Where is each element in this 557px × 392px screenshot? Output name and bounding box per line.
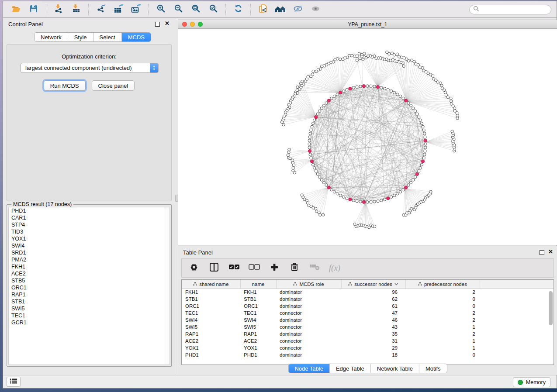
network-node[interactable] bbox=[412, 107, 415, 110]
network-node[interactable] bbox=[287, 103, 290, 106]
network-node[interactable] bbox=[311, 163, 314, 166]
network-node[interactable] bbox=[292, 164, 295, 166]
table-cell[interactable]: 61 bbox=[341, 303, 405, 309]
mcds-result-item[interactable]: STB1 bbox=[9, 298, 170, 305]
network-node[interactable] bbox=[352, 199, 355, 202]
function-builder-button[interactable]: f(x) bbox=[329, 262, 341, 274]
table-row[interactable]: RAP1RAP1dominator352 bbox=[182, 330, 554, 337]
network-node[interactable] bbox=[396, 93, 399, 96]
tab-mcds[interactable]: MCDS bbox=[122, 33, 151, 41]
table-cell[interactable]: SWI5 bbox=[240, 323, 276, 330]
network-node[interactable] bbox=[342, 196, 345, 198]
table-cell[interactable]: connector bbox=[276, 344, 341, 351]
network-node[interactable] bbox=[432, 77, 435, 80]
table-cell[interactable]: YOX1 bbox=[182, 344, 240, 351]
network-node[interactable] bbox=[422, 125, 424, 128]
mcds-result-item[interactable]: FKH1 bbox=[9, 263, 170, 270]
table-row[interactable]: SWI4SWI4dominator462 bbox=[182, 316, 554, 323]
table-row[interactable]: ORC1ORC1dominator610 bbox=[182, 303, 554, 309]
table-row[interactable]: PHD1PHD1dominator180 bbox=[182, 351, 554, 358]
table-cell[interactable]: FKH1 bbox=[182, 289, 240, 296]
tab-motifs[interactable]: Motifs bbox=[419, 364, 447, 373]
network-node[interactable] bbox=[358, 52, 360, 55]
network-node[interactable] bbox=[309, 75, 312, 78]
import-network-button[interactable] bbox=[51, 3, 66, 16]
network-node[interactable] bbox=[453, 110, 456, 112]
network-node[interactable] bbox=[402, 97, 405, 100]
table-row[interactable]: YOX1YOX1connector291 bbox=[182, 344, 554, 351]
network-node[interactable] bbox=[450, 100, 453, 103]
column-header-mcds-role[interactable]: MCDS role bbox=[276, 280, 341, 289]
network-node[interactable] bbox=[333, 190, 336, 193]
table-cell[interactable]: PHD1 bbox=[182, 351, 240, 358]
table-cell[interactable]: 43 bbox=[341, 323, 405, 330]
table-cell[interactable]: 18 bbox=[341, 351, 405, 358]
network-node[interactable] bbox=[396, 53, 398, 55]
table-cell[interactable]: connector bbox=[276, 337, 341, 344]
table-row[interactable]: SWI5SWI5connector431 bbox=[182, 323, 554, 330]
mcds-network-node[interactable] bbox=[424, 139, 427, 142]
network-node[interactable] bbox=[320, 179, 323, 181]
network-node[interactable] bbox=[409, 104, 412, 107]
network-node[interactable] bbox=[330, 97, 333, 100]
network-node[interactable] bbox=[296, 89, 298, 91]
network-node[interactable] bbox=[315, 170, 317, 172]
tab-network-table[interactable]: Network Table bbox=[371, 364, 419, 373]
delete-table-button[interactable] bbox=[308, 262, 321, 274]
network-node[interactable] bbox=[319, 213, 322, 216]
network-node[interactable] bbox=[359, 57, 361, 59]
network-node[interactable] bbox=[336, 193, 339, 195]
memory-button[interactable]: Memory bbox=[513, 377, 550, 387]
table-cell[interactable]: dominator bbox=[276, 316, 341, 323]
add-column-button[interactable] bbox=[268, 262, 280, 274]
network-canvas[interactable] bbox=[178, 29, 557, 245]
network-node[interactable] bbox=[412, 179, 415, 181]
table-cell[interactable]: YOX1 bbox=[240, 344, 276, 351]
mcds-network-node[interactable] bbox=[349, 87, 352, 90]
network-node[interactable] bbox=[456, 114, 459, 117]
network-node[interactable] bbox=[399, 190, 401, 193]
network-node[interactable] bbox=[339, 58, 342, 61]
table-cell[interactable]: TEC1 bbox=[240, 309, 276, 316]
table-cell[interactable]: 1 bbox=[405, 344, 480, 351]
table-cell[interactable]: 0 bbox=[405, 296, 480, 303]
network-node[interactable] bbox=[321, 65, 323, 68]
table-cell[interactable]: RAP1 bbox=[240, 330, 276, 337]
mcds-result-item[interactable]: SWI5 bbox=[9, 305, 170, 312]
table-cell[interactable]: 62 bbox=[341, 296, 405, 303]
network-node[interactable] bbox=[287, 151, 290, 154]
mcds-result-item[interactable]: ACE2 bbox=[9, 270, 170, 277]
mcds-network-node[interactable] bbox=[310, 160, 313, 163]
network-node[interactable] bbox=[322, 213, 325, 216]
tab-node-table[interactable]: Node Table bbox=[288, 364, 330, 373]
network-node[interactable] bbox=[288, 148, 291, 151]
network-node[interactable] bbox=[373, 85, 376, 88]
network-node[interactable] bbox=[346, 88, 348, 91]
network-node[interactable] bbox=[414, 175, 416, 178]
network-node[interactable] bbox=[289, 157, 291, 160]
network-node[interactable] bbox=[309, 153, 311, 156]
network-node[interactable] bbox=[315, 70, 318, 72]
table-cell[interactable]: dominator bbox=[276, 296, 341, 303]
mcds-network-node[interactable] bbox=[405, 186, 408, 189]
network-node[interactable] bbox=[316, 113, 319, 115]
network-node[interactable] bbox=[373, 225, 376, 228]
mcds-result-item[interactable]: STP4 bbox=[9, 221, 170, 228]
network-node[interactable] bbox=[352, 86, 355, 89]
network-node[interactable] bbox=[439, 82, 442, 84]
table-cell[interactable]: PHD1 bbox=[240, 351, 276, 358]
network-node[interactable] bbox=[380, 199, 383, 202]
tab-edge-table[interactable]: Edge Table bbox=[330, 364, 371, 373]
show-all-button[interactable] bbox=[308, 3, 323, 16]
network-node[interactable] bbox=[390, 196, 392, 198]
close-panel-icon[interactable]: ✕ bbox=[548, 248, 553, 255]
network-node[interactable] bbox=[424, 146, 427, 149]
mcds-result-item[interactable]: GCR1 bbox=[9, 319, 170, 326]
network-node[interactable] bbox=[414, 110, 416, 112]
open-session-button[interactable] bbox=[8, 3, 24, 16]
network-node[interactable] bbox=[422, 129, 425, 131]
delete-column-button[interactable] bbox=[288, 262, 301, 274]
network-node[interactable] bbox=[359, 85, 362, 88]
run-mcds-button[interactable]: Run MCDS bbox=[44, 80, 86, 91]
network-node[interactable] bbox=[424, 143, 427, 145]
